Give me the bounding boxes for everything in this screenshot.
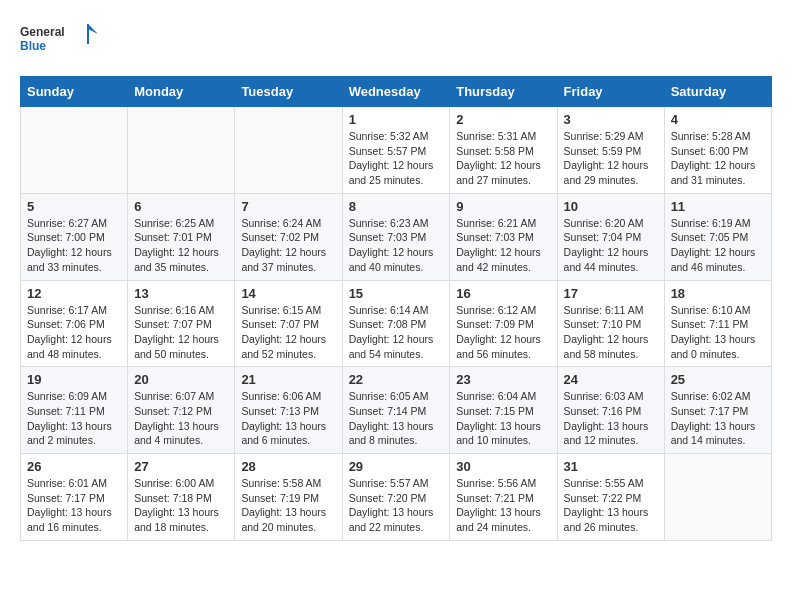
day-number: 11 — [671, 199, 765, 214]
day-number: 14 — [241, 286, 335, 301]
calendar-day-cell: 15Sunrise: 6:14 AM Sunset: 7:08 PM Dayli… — [342, 280, 450, 367]
calendar-day-cell: 31Sunrise: 5:55 AM Sunset: 7:22 PM Dayli… — [557, 454, 664, 541]
calendar-day-cell: 5Sunrise: 6:27 AM Sunset: 7:00 PM Daylig… — [21, 193, 128, 280]
day-number: 22 — [349, 372, 444, 387]
calendar-day-cell: 6Sunrise: 6:25 AM Sunset: 7:01 PM Daylig… — [128, 193, 235, 280]
day-content: Sunrise: 6:21 AM Sunset: 7:03 PM Dayligh… — [456, 216, 550, 275]
calendar-day-cell: 30Sunrise: 5:56 AM Sunset: 7:21 PM Dayli… — [450, 454, 557, 541]
calendar-week-row: 26Sunrise: 6:01 AM Sunset: 7:17 PM Dayli… — [21, 454, 772, 541]
svg-text:Blue: Blue — [20, 39, 46, 53]
day-number: 8 — [349, 199, 444, 214]
calendar-day-cell: 2Sunrise: 5:31 AM Sunset: 5:58 PM Daylig… — [450, 107, 557, 194]
day-number: 5 — [27, 199, 121, 214]
day-content: Sunrise: 6:04 AM Sunset: 7:15 PM Dayligh… — [456, 389, 550, 448]
day-content: Sunrise: 6:05 AM Sunset: 7:14 PM Dayligh… — [349, 389, 444, 448]
day-number: 6 — [134, 199, 228, 214]
day-content: Sunrise: 6:12 AM Sunset: 7:09 PM Dayligh… — [456, 303, 550, 362]
day-content: Sunrise: 6:25 AM Sunset: 7:01 PM Dayligh… — [134, 216, 228, 275]
column-header-wednesday: Wednesday — [342, 77, 450, 107]
day-content: Sunrise: 6:17 AM Sunset: 7:06 PM Dayligh… — [27, 303, 121, 362]
calendar-day-cell: 9Sunrise: 6:21 AM Sunset: 7:03 PM Daylig… — [450, 193, 557, 280]
day-content: Sunrise: 5:28 AM Sunset: 6:00 PM Dayligh… — [671, 129, 765, 188]
day-content: Sunrise: 6:00 AM Sunset: 7:18 PM Dayligh… — [134, 476, 228, 535]
calendar-day-cell: 13Sunrise: 6:16 AM Sunset: 7:07 PM Dayli… — [128, 280, 235, 367]
day-content: Sunrise: 6:16 AM Sunset: 7:07 PM Dayligh… — [134, 303, 228, 362]
calendar-day-cell: 10Sunrise: 6:20 AM Sunset: 7:04 PM Dayli… — [557, 193, 664, 280]
day-number: 21 — [241, 372, 335, 387]
day-content: Sunrise: 5:55 AM Sunset: 7:22 PM Dayligh… — [564, 476, 658, 535]
column-header-tuesday: Tuesday — [235, 77, 342, 107]
day-content: Sunrise: 5:58 AM Sunset: 7:19 PM Dayligh… — [241, 476, 335, 535]
day-number: 2 — [456, 112, 550, 127]
day-number: 1 — [349, 112, 444, 127]
day-number: 30 — [456, 459, 550, 474]
calendar-day-cell: 28Sunrise: 5:58 AM Sunset: 7:19 PM Dayli… — [235, 454, 342, 541]
day-number: 17 — [564, 286, 658, 301]
day-content: Sunrise: 5:32 AM Sunset: 5:57 PM Dayligh… — [349, 129, 444, 188]
column-header-saturday: Saturday — [664, 77, 771, 107]
calendar-day-cell — [664, 454, 771, 541]
day-number: 19 — [27, 372, 121, 387]
calendar-day-cell: 1Sunrise: 5:32 AM Sunset: 5:57 PM Daylig… — [342, 107, 450, 194]
calendar-day-cell: 23Sunrise: 6:04 AM Sunset: 7:15 PM Dayli… — [450, 367, 557, 454]
calendar-day-cell: 25Sunrise: 6:02 AM Sunset: 7:17 PM Dayli… — [664, 367, 771, 454]
logo: General Blue — [20, 20, 100, 60]
day-number: 26 — [27, 459, 121, 474]
day-number: 20 — [134, 372, 228, 387]
general-blue-logo: General Blue — [20, 20, 100, 60]
calendar-day-cell: 19Sunrise: 6:09 AM Sunset: 7:11 PM Dayli… — [21, 367, 128, 454]
calendar-week-row: 5Sunrise: 6:27 AM Sunset: 7:00 PM Daylig… — [21, 193, 772, 280]
day-content: Sunrise: 5:57 AM Sunset: 7:20 PM Dayligh… — [349, 476, 444, 535]
day-number: 12 — [27, 286, 121, 301]
calendar-week-row: 19Sunrise: 6:09 AM Sunset: 7:11 PM Dayli… — [21, 367, 772, 454]
day-number: 9 — [456, 199, 550, 214]
calendar-day-cell: 21Sunrise: 6:06 AM Sunset: 7:13 PM Dayli… — [235, 367, 342, 454]
day-number: 25 — [671, 372, 765, 387]
day-content: Sunrise: 6:20 AM Sunset: 7:04 PM Dayligh… — [564, 216, 658, 275]
day-content: Sunrise: 6:14 AM Sunset: 7:08 PM Dayligh… — [349, 303, 444, 362]
calendar-day-cell: 4Sunrise: 5:28 AM Sunset: 6:00 PM Daylig… — [664, 107, 771, 194]
calendar-header-row: SundayMondayTuesdayWednesdayThursdayFrid… — [21, 77, 772, 107]
calendar-day-cell: 20Sunrise: 6:07 AM Sunset: 7:12 PM Dayli… — [128, 367, 235, 454]
calendar-day-cell: 29Sunrise: 5:57 AM Sunset: 7:20 PM Dayli… — [342, 454, 450, 541]
day-content: Sunrise: 6:02 AM Sunset: 7:17 PM Dayligh… — [671, 389, 765, 448]
calendar-day-cell: 27Sunrise: 6:00 AM Sunset: 7:18 PM Dayli… — [128, 454, 235, 541]
day-number: 3 — [564, 112, 658, 127]
day-content: Sunrise: 6:27 AM Sunset: 7:00 PM Dayligh… — [27, 216, 121, 275]
column-header-monday: Monday — [128, 77, 235, 107]
calendar-day-cell — [235, 107, 342, 194]
day-number: 28 — [241, 459, 335, 474]
column-header-friday: Friday — [557, 77, 664, 107]
day-content: Sunrise: 6:03 AM Sunset: 7:16 PM Dayligh… — [564, 389, 658, 448]
calendar-day-cell — [128, 107, 235, 194]
day-content: Sunrise: 6:24 AM Sunset: 7:02 PM Dayligh… — [241, 216, 335, 275]
calendar-table: SundayMondayTuesdayWednesdayThursdayFrid… — [20, 76, 772, 541]
svg-marker-2 — [88, 24, 98, 34]
day-content: Sunrise: 5:29 AM Sunset: 5:59 PM Dayligh… — [564, 129, 658, 188]
day-number: 15 — [349, 286, 444, 301]
page-header: General Blue — [20, 20, 772, 60]
calendar-day-cell: 24Sunrise: 6:03 AM Sunset: 7:16 PM Dayli… — [557, 367, 664, 454]
calendar-day-cell: 26Sunrise: 6:01 AM Sunset: 7:17 PM Dayli… — [21, 454, 128, 541]
calendar-day-cell: 16Sunrise: 6:12 AM Sunset: 7:09 PM Dayli… — [450, 280, 557, 367]
day-content: Sunrise: 5:56 AM Sunset: 7:21 PM Dayligh… — [456, 476, 550, 535]
day-number: 10 — [564, 199, 658, 214]
day-number: 27 — [134, 459, 228, 474]
calendar-week-row: 12Sunrise: 6:17 AM Sunset: 7:06 PM Dayli… — [21, 280, 772, 367]
calendar-day-cell: 12Sunrise: 6:17 AM Sunset: 7:06 PM Dayli… — [21, 280, 128, 367]
day-number: 18 — [671, 286, 765, 301]
day-number: 4 — [671, 112, 765, 127]
calendar-day-cell: 3Sunrise: 5:29 AM Sunset: 5:59 PM Daylig… — [557, 107, 664, 194]
day-content: Sunrise: 6:07 AM Sunset: 7:12 PM Dayligh… — [134, 389, 228, 448]
day-number: 23 — [456, 372, 550, 387]
day-content: Sunrise: 6:15 AM Sunset: 7:07 PM Dayligh… — [241, 303, 335, 362]
calendar-week-row: 1Sunrise: 5:32 AM Sunset: 5:57 PM Daylig… — [21, 107, 772, 194]
day-number: 16 — [456, 286, 550, 301]
column-header-sunday: Sunday — [21, 77, 128, 107]
day-number: 13 — [134, 286, 228, 301]
day-content: Sunrise: 6:11 AM Sunset: 7:10 PM Dayligh… — [564, 303, 658, 362]
calendar-day-cell — [21, 107, 128, 194]
day-content: Sunrise: 6:10 AM Sunset: 7:11 PM Dayligh… — [671, 303, 765, 362]
calendar-day-cell: 11Sunrise: 6:19 AM Sunset: 7:05 PM Dayli… — [664, 193, 771, 280]
day-number: 7 — [241, 199, 335, 214]
